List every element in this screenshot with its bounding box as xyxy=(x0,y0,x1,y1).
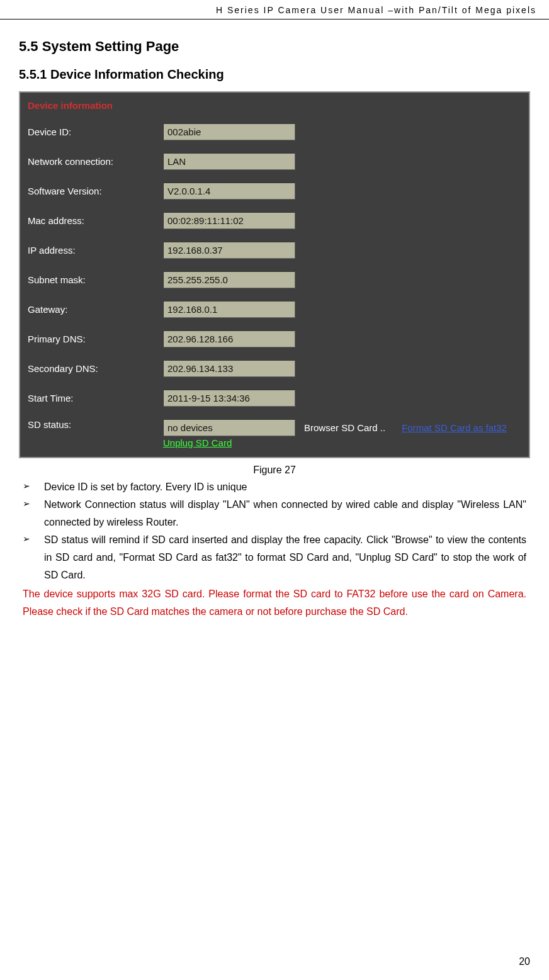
subsection-heading: 5.5.1 Device Information Checking xyxy=(19,67,530,82)
info-row-gateway: Gateway: 192.168.0.1 xyxy=(20,295,529,324)
info-row-software: Software Version: V2.0.0.1.4 xyxy=(20,176,529,206)
info-row-start-time: Start Time: 2011-9-15 13:34:36 xyxy=(20,383,529,413)
info-row-sd-status: SD status: no devices Browser SD Card ..… xyxy=(20,413,529,452)
value-network: LAN xyxy=(163,153,295,170)
bullet-text: Network Connection status will display "… xyxy=(44,496,526,531)
label-gateway: Gateway: xyxy=(28,304,163,315)
value-primary-dns: 202.96.128.166 xyxy=(163,330,295,347)
bullet-text: Device ID is set by factory. Every ID is… xyxy=(44,478,526,496)
info-row-subnet: Subnet mask: 255.255.255.0 xyxy=(20,265,529,295)
value-sd-status: no devices xyxy=(163,419,295,436)
value-gateway: 192.168.0.1 xyxy=(163,301,295,318)
bullet-icon: ➢ xyxy=(23,496,44,512)
info-row-primary-dns: Primary DNS: 202.96.128.166 xyxy=(20,324,529,354)
value-subnet: 255.255.255.0 xyxy=(163,271,295,288)
browser-sd-card-link[interactable]: Browser SD Card .. xyxy=(304,422,385,433)
bullet-icon: ➢ xyxy=(23,478,44,494)
info-row-device-id: Device ID: 002abie xyxy=(20,117,529,147)
page-header: H Series IP Camera User Manual –with Pan… xyxy=(0,0,549,20)
label-software: Software Version: xyxy=(28,186,163,196)
value-mac: 00:02:89:11:11:02 xyxy=(163,212,295,229)
info-row-network: Network connection: LAN xyxy=(20,147,529,176)
section-heading: 5.5 System Setting Page xyxy=(19,38,530,55)
label-subnet: Subnet mask: xyxy=(28,274,163,285)
label-primary-dns: Primary DNS: xyxy=(28,334,163,344)
info-row-ip: IP address: 192.168.0.37 xyxy=(20,235,529,265)
device-info-panel: Device information Device ID: 002abie Ne… xyxy=(19,91,530,458)
label-mac: Mac address: xyxy=(28,215,163,226)
label-start-time: Start Time: xyxy=(28,393,163,403)
label-network: Network connection: xyxy=(28,156,163,167)
unplug-sd-card-link[interactable]: Unplug SD Card xyxy=(163,437,507,448)
label-ip: IP address: xyxy=(28,245,163,256)
warning-note: The device supports max 32G SD card. Ple… xyxy=(19,585,530,621)
panel-title: Device information xyxy=(20,100,529,117)
value-ip: 192.168.0.37 xyxy=(163,242,295,259)
format-sd-card-link[interactable]: Format SD Card as fat32 xyxy=(402,422,507,433)
list-item: ➢ Device ID is set by factory. Every ID … xyxy=(23,478,526,496)
page-number: 20 xyxy=(519,956,530,967)
label-secondary-dns: Secondary DNS: xyxy=(28,363,163,374)
list-item: ➢ Network Connection status will display… xyxy=(23,496,526,531)
value-device-id: 002abie xyxy=(163,123,295,140)
list-item: ➢ SD status will remind if SD card inser… xyxy=(23,531,526,584)
bullet-list: ➢ Device ID is set by factory. Every ID … xyxy=(19,478,530,584)
info-row-mac: Mac address: 00:02:89:11:11:02 xyxy=(20,206,529,235)
label-sd-status: SD status: xyxy=(28,419,163,430)
label-device-id: Device ID: xyxy=(28,127,163,137)
bullet-text: SD status will remind if SD card inserte… xyxy=(44,531,526,584)
bullet-icon: ➢ xyxy=(23,531,44,547)
figure-caption: Figure 27 xyxy=(19,465,530,476)
value-start-time: 2011-9-15 13:34:36 xyxy=(163,390,295,407)
info-row-secondary-dns: Secondary DNS: 202.96.134.133 xyxy=(20,354,529,383)
value-secondary-dns: 202.96.134.133 xyxy=(163,360,295,377)
value-software: V2.0.0.1.4 xyxy=(163,183,295,200)
